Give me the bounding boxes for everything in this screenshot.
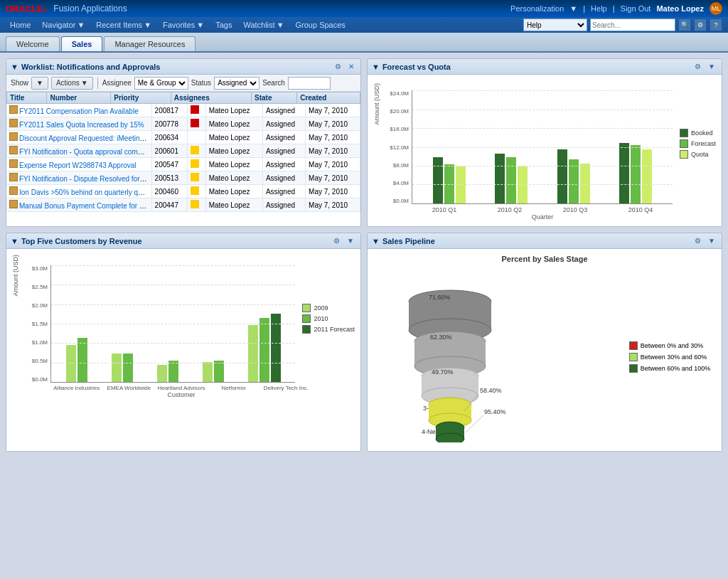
priority-cell (188, 104, 205, 117)
bar-q2-forecast (506, 157, 516, 203)
table-row: FYI Notification - Quota approval comple… (6, 144, 360, 158)
funnel-discovery: 71.60% 1-Discovery 62.30% 2-Proposal 49.… (409, 290, 506, 442)
task-type-icon (9, 159, 18, 168)
user-avatar: ML (710, 2, 722, 15)
task-type-icon (9, 186, 18, 195)
show-button[interactable]: ▼ (31, 77, 48, 90)
tab-welcome[interactable]: Welcome (6, 36, 60, 51)
signout-link[interactable]: Sign Out (621, 4, 651, 13)
actions-button[interactable]: Actions ▼ (51, 77, 93, 90)
task-link[interactable]: FY2011 Compensation Plan Available (9, 107, 139, 115)
nav-navigator[interactable]: Navigator ▼ (38, 19, 89, 31)
personalization-link[interactable]: Personalization (510, 4, 564, 13)
bar-q4-forecast (631, 145, 641, 203)
bar-group-delivery (248, 314, 281, 382)
tab-sales[interactable]: Sales (61, 36, 103, 51)
legend-quota: Quota (680, 150, 716, 159)
forecast-legend: Booked Forecast Quota (680, 129, 716, 159)
task-link[interactable]: Discount Approval Requested: iMeeting Te… (9, 134, 151, 142)
customers-settings-btn[interactable]: ⚙ (331, 236, 342, 245)
pipeline-settings-btn[interactable]: ⚙ (692, 236, 703, 245)
priority-cell (188, 158, 205, 171)
x-axis-labels: 2010 Q1 2010 Q2 2010 Q3 2010 Q4 (383, 206, 716, 213)
nav-favorites[interactable]: Favorites ▼ (159, 19, 208, 31)
cust-x-4: Delivery Tech Inc. (259, 385, 312, 391)
priority-cell (188, 131, 205, 144)
worklist-search-input[interactable] (288, 77, 331, 90)
pipeline-content: Percent by Sales Stage 71.60% 1-Discover… (368, 249, 722, 451)
bar-q1-booked (433, 157, 443, 203)
table-row: Discount Approval Requested: iMeeting Te… (6, 131, 360, 144)
forecast-y-label: Amount (USD) (373, 83, 380, 125)
forecast-chart: Amount (USD) $0.0M $4.0M $8.0M $12.0M $1… (368, 75, 722, 226)
task-link[interactable]: FYI Notification - Dispute Resolved for … (9, 175, 151, 183)
worklist-settings-btn[interactable]: ⚙ (333, 62, 343, 71)
worklist-toolbar: Show ▼ Actions ▼ Assignee Me & Group Sta… (6, 75, 360, 92)
nav-recent-items[interactable]: Recent Items ▼ (92, 19, 156, 31)
nav-tags[interactable]: Tags (211, 19, 236, 31)
search-input[interactable] (590, 18, 675, 31)
forecast-collapse-icon[interactable]: ▼ (372, 63, 380, 71)
y-tick-5: $20.0M (383, 108, 409, 115)
task-type-icon (9, 105, 18, 114)
pipeline-panel: ▼ Sales Pipeline ⚙ ▼ Percent by Sales St… (367, 233, 722, 452)
worklist-close-btn[interactable]: ✕ (346, 62, 356, 71)
worklist-scroll[interactable]: FY2011 Compensation Plan Available200817… (6, 104, 360, 212)
x-label-q4: 2010 Q4 (628, 206, 653, 213)
bar-group-emea (112, 354, 133, 382)
customers-collapse-icon[interactable]: ▼ (11, 237, 18, 245)
nav-help-button[interactable]: ? (710, 18, 722, 31)
search-button[interactable]: 🔍 (678, 18, 691, 31)
pipeline-collapse-icon[interactable]: ▼ (372, 237, 380, 245)
y-tick-1: $4.0M (383, 180, 409, 186)
table-row: FY2011 Sales Quota Increased by 15%20077… (6, 117, 360, 131)
help-select[interactable]: Help (523, 18, 587, 31)
nav-settings-button[interactable]: ⚙ (694, 18, 707, 31)
collapse-icon[interactable]: ▼ (11, 63, 18, 71)
col-created: Created (297, 92, 360, 104)
customers-panel: ▼ Top Five Customers by Revenue ⚙ ▼ Amou… (6, 233, 361, 452)
nav-watchlist[interactable]: Watchlist ▼ (239, 19, 288, 31)
col-state: State (251, 92, 296, 104)
task-type-icon (9, 132, 18, 141)
customers-collapse-btn[interactable]: ▼ (345, 236, 356, 245)
worklist-title: ▼ Worklist: Notifications and Approvals (11, 63, 160, 71)
forecast-header: ▼ Forecast vs Quota ⚙ ▼ (368, 59, 722, 75)
customers-legend: 2009 2010 2011 Forecast (302, 304, 355, 334)
col-assignees: Assignees (171, 92, 251, 104)
task-link[interactable]: FYI Notification - Quota approval comple… (9, 148, 151, 156)
bar-group-alliance (66, 338, 87, 382)
bar-group-q4 (619, 143, 652, 203)
forecast-controls: ⚙ ▼ (692, 62, 717, 71)
x-label-q1: 2010 Q1 (432, 206, 457, 213)
tab-manager-resources[interactable]: Manager Resources (104, 36, 196, 51)
table-row: FY2011 Compensation Plan Available200817… (6, 104, 360, 117)
task-link[interactable]: FY2011 Sales Quota Increased by 15% (9, 121, 144, 129)
forecast-collapse-btn[interactable]: ▼ (706, 62, 717, 71)
priority-med-icon (191, 146, 199, 154)
pipeline-collapse-btn[interactable]: ▼ (706, 236, 717, 245)
forecast-settings-btn[interactable]: ⚙ (692, 62, 703, 71)
task-link[interactable]: Manual Bonus Payment Complete for Mateo … (9, 202, 151, 210)
customers-header: ▼ Top Five Customers by Revenue ⚙ ▼ (6, 233, 360, 249)
app-title: Fusion Applications (53, 4, 127, 14)
priority-high-icon (191, 119, 199, 127)
task-link[interactable]: Ion Davis >50% behind on quarterly quota (9, 188, 151, 196)
assignee-select[interactable]: Me & Group (134, 77, 188, 90)
forecast-panel: ▼ Forecast vs Quota ⚙ ▼ Amount (USD) $0.… (367, 58, 722, 227)
nav-home[interactable]: Home (6, 19, 35, 31)
priority-none-icon (191, 132, 199, 141)
header-left: ORACLE® Fusion Applications (6, 4, 127, 14)
customers-y-label: Amount (USD) (12, 255, 19, 297)
nav-group-spaces[interactable]: Group Spaces (291, 19, 350, 31)
svg-text:62.30%: 62.30% (430, 334, 452, 341)
priority-med-icon (191, 200, 199, 208)
cust-y-0: $0.0M (22, 376, 48, 383)
y-tick-6: $24.0M (383, 90, 409, 97)
help-link[interactable]: Help (591, 4, 607, 13)
svg-point-23 (436, 433, 464, 442)
cust-x-labels: Alliance Industries EMEA Worldwide Heart… (22, 385, 355, 391)
task-link[interactable]: Expense Report W2988743 Approval (9, 161, 136, 169)
customers-chart: Amount (USD) $0.0M $0.5M $1.0M $1.5M $2.… (6, 249, 360, 404)
status-select[interactable]: Assigned (214, 77, 259, 90)
